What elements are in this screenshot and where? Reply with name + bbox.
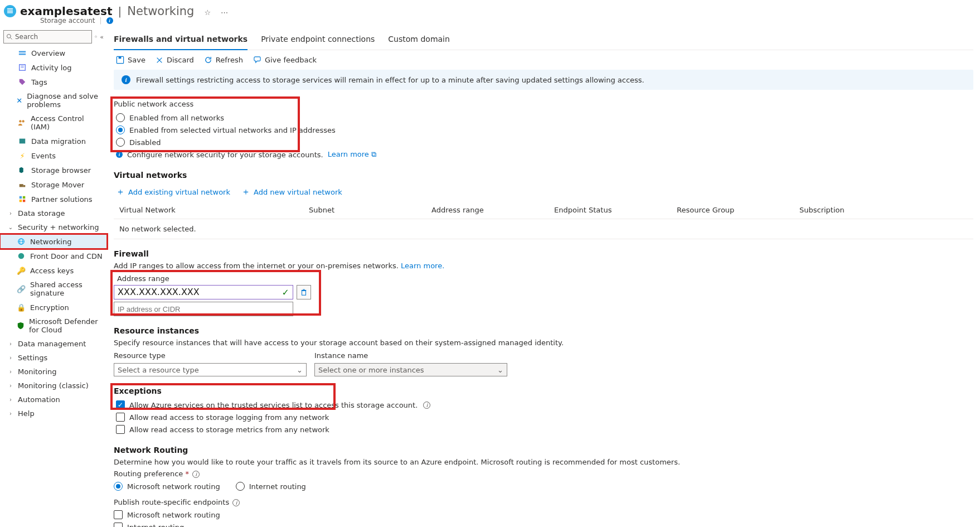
firewall-col: Address range [117, 274, 973, 283]
sidebar-item-overview[interactable]: Overview [0, 46, 107, 60]
chevron-right-icon: › [8, 341, 13, 347]
ip-input-new[interactable] [114, 302, 293, 316]
favorite-icon[interactable]: ☆ [204, 8, 211, 17]
sidebar-item-shared-access-signature[interactable]: 🔗Shared access signature [0, 278, 107, 300]
network-routing-section: Network Routing Determine how you would … [114, 446, 973, 527]
sidebar-item-encryption[interactable]: 🔒Encryption [0, 300, 107, 315]
pna-opt2-label: Enabled from selected virtual networks a… [129, 126, 336, 134]
help-icon[interactable]: i [192, 471, 200, 478]
exc-trusted-checkbox[interactable]: Allow Azure services on the trusted serv… [114, 399, 973, 411]
sidebar-item-access-keys[interactable]: 🔑Access keys [0, 263, 107, 278]
sidebar-item-activity-log[interactable]: Activity log [0, 60, 107, 75]
svg-rect-13 [20, 184, 23, 187]
checkbox-icon [114, 510, 123, 519]
sidebar-group-label: Automation [18, 395, 60, 404]
exc-metrics-checkbox[interactable]: Allow read access to storage metrics fro… [114, 423, 973, 436]
sidebar-item-diagnose-and-solve-problems[interactable]: ✕Diagnose and solve problems [0, 89, 107, 112]
sidebar-item-networking[interactable]: Networking [0, 234, 107, 249]
public-network-access-section: Public network access Enabled from all n… [114, 100, 973, 161]
sidebar-item-data-migration[interactable]: Data migration [0, 134, 107, 148]
firewall-heading: Firewall [114, 249, 973, 258]
sidebar-item-label: Partner solutions [31, 195, 93, 204]
sidebar-group-help[interactable]: ›Help [0, 407, 107, 420]
sidebar-item-microsoft-defender-for-cloud[interactable]: Microsoft Defender for Cloud [0, 315, 107, 337]
firewall-learn-more-link[interactable]: Learn more. [401, 262, 444, 270]
feedback-button[interactable]: Give feedback [253, 56, 317, 64]
ip-input-filled[interactable]: XXX.XXX.XXX.XXX ✓ [114, 285, 293, 299]
net-icon [17, 237, 26, 246]
ri-heading: Resource instances [114, 326, 973, 335]
sidebar-item-partner-solutions[interactable]: Partner solutions [0, 192, 107, 206]
pna-learn-more-link[interactable]: Learn more ⧉ [328, 150, 376, 159]
nr-pub-ms-checkbox[interactable]: Microsoft network routing [114, 509, 973, 521]
help-icon[interactable]: i [423, 402, 430, 409]
radio-icon [236, 482, 245, 491]
tag-icon [18, 78, 27, 86]
sidebar-group-security-networking[interactable]: ⌄Security + networking [0, 220, 107, 234]
sidebar-item-tags[interactable]: Tags [0, 75, 107, 89]
sidebar-item-events[interactable]: ⚡Events [0, 148, 107, 163]
sidebar-item-front-door-and-cdn[interactable]: Front Door and CDN [0, 249, 107, 263]
virtual-networks-section: Virtual networks ＋Add existing virtual n… [114, 171, 973, 239]
main-content: Firewalls and virtual networks Private e… [107, 28, 980, 527]
svg-rect-15 [20, 196, 22, 199]
tab-firewalls[interactable]: Firewalls and virtual networks [114, 30, 248, 50]
sidebar-search[interactable]: Search [3, 30, 92, 43]
tab-custom-domain[interactable]: Custom domain [388, 30, 450, 50]
info-icon[interactable]: i [106, 17, 113, 24]
save-button[interactable]: Save [116, 56, 145, 64]
ri-name-label: Instance name [314, 351, 507, 360]
sidebar-group-data-management[interactable]: ›Data management [0, 337, 107, 351]
more-icon[interactable]: ⋯ [221, 8, 228, 17]
migrate-icon [18, 137, 27, 146]
external-link-icon: ⧉ [371, 150, 376, 158]
mover-icon [18, 180, 27, 189]
add-new-vnet-button[interactable]: ＋Add new virtual network [241, 186, 342, 198]
refresh-button[interactable]: Refresh [204, 56, 243, 64]
sidebar-item-access-control-iam-[interactable]: Access Control (IAM) [0, 112, 107, 134]
resource-type-select[interactable]: Select a resource type ⌄ [114, 363, 307, 376]
sidebar-item-storage-browser[interactable]: Storage browser [0, 163, 107, 177]
svg-point-10 [20, 120, 22, 122]
add-existing-vnet-button[interactable]: ＋Add existing virtual network [116, 186, 230, 198]
collapse-icon[interactable]: ◦ [94, 33, 98, 41]
pna-option-disabled[interactable]: Disabled [114, 136, 973, 148]
sub-separator: | [100, 17, 102, 25]
learn-more-label: Learn more [328, 150, 369, 158]
exc-heading: Exceptions [114, 386, 973, 395]
collapse-all-icon[interactable]: « [100, 33, 104, 41]
pna-heading: Public network access [114, 100, 973, 108]
pna-option-all[interactable]: Enabled from all networks [114, 112, 973, 124]
partner-icon [18, 195, 27, 204]
instance-name-select[interactable]: Select one or more instances ⌄ [314, 363, 507, 376]
sidebar-item-storage-mover[interactable]: Storage Mover [0, 177, 107, 192]
sidebar-item-label: Front Door and CDN [30, 252, 103, 260]
firewall-ip-area: Address range XXX.XXX.XXX.XXX ✓ [114, 273, 973, 316]
nr-ms-routing-radio[interactable]: Microsoft network routing [114, 480, 222, 492]
tab-private-endpoints[interactable]: Private endpoint connections [261, 30, 375, 50]
delete-ip-button[interactable] [297, 285, 311, 299]
exc-logging-checkbox[interactable]: Allow read access to storage logging fro… [114, 411, 973, 423]
sidebar-group-monitoring[interactable]: ›Monitoring [0, 365, 107, 379]
sidebar-group-settings[interactable]: ›Settings [0, 351, 107, 365]
nr-internet-routing-radio[interactable]: Internet routing [234, 480, 308, 492]
nr-p1-label: Microsoft network routing [127, 511, 220, 519]
sidebar-group-label: Data management [18, 340, 86, 348]
sidebar-item-label: Overview [31, 49, 65, 57]
help-icon[interactable]: i [232, 499, 240, 506]
sidebar-item-label: Activity log [31, 64, 72, 72]
pna-option-selected[interactable]: Enabled from selected virtual networks a… [114, 124, 973, 136]
ri-type-label: Resource type [114, 351, 307, 360]
feedback-icon [253, 56, 261, 64]
sidebar-group-data-storage[interactable]: ›Data storage [0, 206, 107, 220]
radio-icon [116, 113, 125, 122]
nr-pub-internet-checkbox[interactable]: Internet routing [114, 521, 973, 527]
discard-button[interactable]: Discard [156, 56, 194, 64]
diag-icon: ✕ [16, 96, 22, 105]
exceptions-section: Exceptions Allow Azure services on the t… [114, 386, 973, 436]
plus-icon: ＋ [241, 186, 250, 198]
svg-rect-12 [20, 139, 26, 144]
pna-opt3-label: Disabled [129, 138, 161, 147]
sidebar-group-monitoring-classic-[interactable]: ›Monitoring (classic) [0, 379, 107, 393]
sidebar-group-automation[interactable]: ›Automation [0, 393, 107, 407]
